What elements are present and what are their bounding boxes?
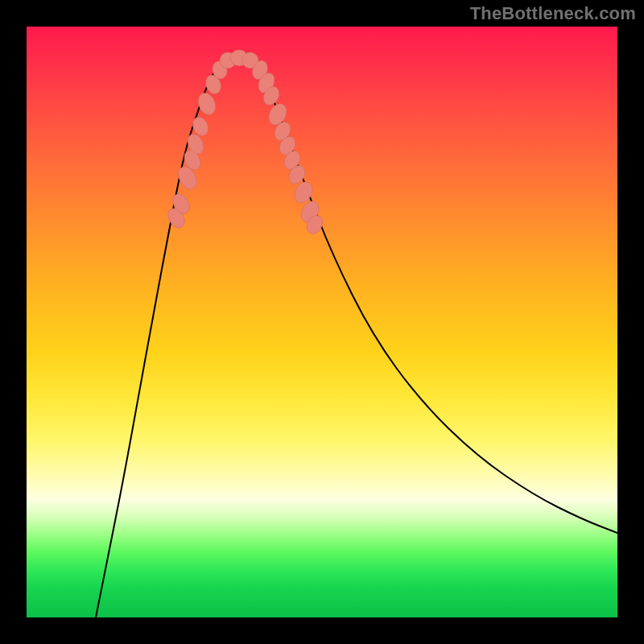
plot-area	[27, 27, 617, 617]
marker-group	[164, 49, 325, 237]
watermark-text: TheBottleneck.com	[470, 3, 636, 24]
curve-right-arm	[256, 64, 617, 533]
data-marker	[195, 90, 218, 117]
chart-frame: TheBottleneck.com	[0, 0, 644, 644]
chart-svg	[27, 27, 617, 617]
